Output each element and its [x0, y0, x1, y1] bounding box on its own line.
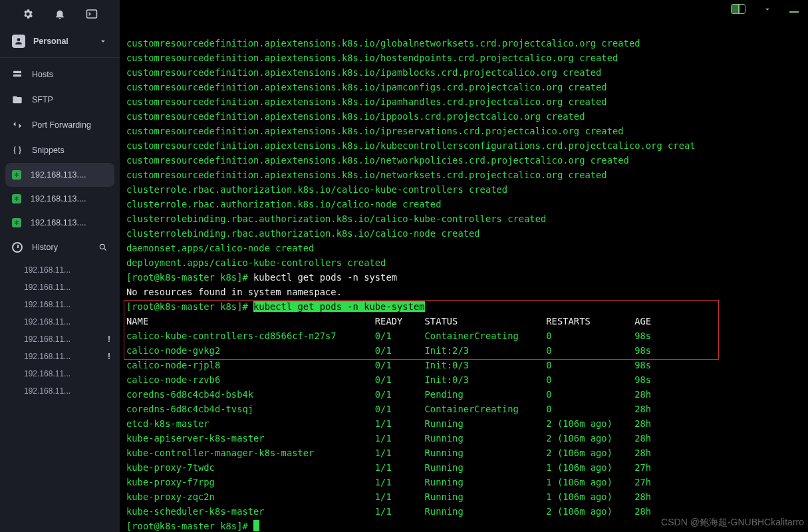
history-item-label: 192.168.11... [24, 300, 110, 309]
history-item-label: 192.168.11... [24, 265, 110, 275]
host-label: 192.168.113.... [31, 170, 108, 180]
history-item-label: 192.168.11... [24, 283, 110, 292]
terminal-output: customresourcedefinition.apiextensions.k… [126, 36, 808, 532]
top-icon-bar [0, 0, 120, 28]
svg-rect-1 [13, 71, 21, 73]
host-item[interactable]: 192.168.113.... [0, 211, 120, 235]
arrows-icon [12, 120, 23, 130]
history-item-label: 192.168.11... [24, 334, 104, 344]
nav-hosts-label: Hosts [32, 70, 108, 79]
history-item-label: 192.168.11... [24, 386, 110, 396]
nav-snippets[interactable]: Snippets [0, 138, 120, 163]
nav-portforwarding[interactable]: Port Forwarding [0, 112, 120, 138]
gear-icon[interactable] [22, 8, 34, 20]
svg-rect-0 [87, 10, 97, 18]
terminal-icon[interactable] [86, 8, 98, 20]
chevron-down-icon [98, 37, 108, 46]
chevron-down-icon[interactable] [763, 5, 772, 14]
window-controls [731, 4, 799, 14]
svg-rect-2 [13, 74, 21, 76]
braces-icon [12, 145, 23, 156]
host-label: 192.168.113.... [31, 194, 108, 203]
history-item[interactable]: 192.168.11...! [24, 348, 120, 365]
history-item[interactable]: 192.168.11...! [24, 331, 120, 348]
nav-history-label: History [32, 243, 89, 252]
history-item[interactable]: 192.168.11... [24, 296, 120, 313]
nav-history[interactable]: History [0, 235, 120, 260]
workspace-selector[interactable]: Personal [0, 28, 120, 58]
cursor [253, 520, 259, 531]
bell-icon[interactable] [54, 8, 66, 20]
host-label: 192.168.113.... [31, 218, 108, 227]
folder-icon [12, 94, 23, 105]
history-item-label: 192.168.11... [24, 352, 104, 361]
workspace-label: Personal [33, 37, 90, 46]
history-item[interactable]: 192.168.11... [24, 279, 120, 296]
host-item[interactable]: 192.168.113.... [0, 187, 120, 211]
status-dot-icon [12, 194, 21, 203]
nav-hosts[interactable]: Hosts [0, 62, 120, 87]
watermark: CSDN @鲍海超-GNUBHCkalitarro [661, 515, 804, 529]
nav-list: Hosts SFTP Port Forwarding Snippets 192.… [0, 58, 120, 400]
host-items: 192.168.113....192.168.113....192.168.11… [0, 163, 120, 235]
history-item[interactable]: 192.168.11... [24, 365, 120, 382]
nav-portfwd-label: Port Forwarding [32, 120, 108, 130]
history-item[interactable]: 192.168.11... [24, 382, 120, 400]
hosts-icon [12, 69, 23, 80]
history-item[interactable]: 192.168.11... [24, 313, 120, 331]
history-item-label: 192.168.11... [24, 369, 110, 378]
search-icon[interactable] [98, 243, 108, 252]
nav-sftp[interactable]: SFTP [0, 87, 120, 112]
status-dot-icon [12, 170, 21, 180]
history-item-label: 192.168.11... [24, 317, 110, 327]
terminal[interactable]: customresourcedefinition.apiextensions.k… [120, 0, 808, 532]
sidebar: Personal Hosts SFTP Port Forwarding Snip… [0, 0, 120, 532]
alert-icon: ! [104, 334, 110, 344]
alert-icon: ! [104, 352, 110, 361]
nav-sftp-label: SFTP [32, 95, 108, 104]
split-pane-button[interactable] [731, 4, 745, 14]
minimize-button[interactable] [789, 11, 799, 13]
svg-point-3 [100, 244, 104, 249]
host-item[interactable]: 192.168.113.... [5, 163, 114, 187]
status-dot-icon [12, 218, 21, 227]
history-item[interactable]: 192.168.11... [24, 261, 120, 279]
nav-snippets-label: Snippets [32, 146, 108, 155]
history-list: 192.168.11...192.168.11...192.168.11...1… [0, 260, 120, 400]
workspace-icon [12, 35, 25, 48]
history-icon [12, 242, 23, 253]
